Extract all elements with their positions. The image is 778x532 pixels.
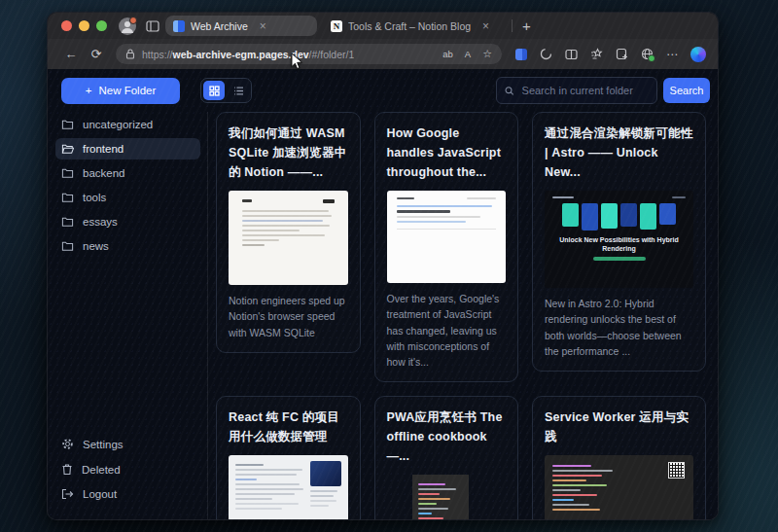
sidebar-item-tools[interactable]: tools — [55, 187, 200, 208]
article-card-wasm-sqlite[interactable]: 我们如何通过 WASM SQLite 加速浏览器中的 Notion ——... … — [216, 112, 361, 353]
card-thumbnail: Unlock New Possibilities with Hybrid Ren… — [545, 191, 693, 288]
sidebar-toggle-icon[interactable] — [146, 20, 159, 32]
close-window-button[interactable] — [61, 20, 72, 31]
translate-icon[interactable]: ab — [442, 49, 453, 59]
workspaces-icon[interactable] — [515, 49, 527, 60]
logout-icon — [61, 488, 74, 500]
card-thumbnail — [387, 191, 507, 283]
tab-close-icon[interactable]: × — [482, 20, 489, 32]
grid-icon — [209, 86, 220, 96]
browser-window: Web Archive × N Tools & Craft – Notion B… — [47, 12, 719, 520]
web-archive-favicon — [173, 20, 185, 32]
search-box — [496, 77, 657, 104]
new-tab-button[interactable]: + — [518, 18, 535, 33]
grid-view-button[interactable] — [203, 81, 225, 100]
app-header: + New Folder — [48, 69, 718, 112]
plus-icon: + — [86, 85, 92, 96]
folder-icon — [61, 119, 74, 130]
card-thumbnail — [229, 191, 348, 285]
notion-favicon: N — [331, 20, 342, 32]
card-title: Service Worker 运用与实践 — [545, 408, 693, 446]
web-archive-app: + New Folder — [48, 69, 718, 519]
card-thumbnail — [387, 475, 507, 520]
sidebar-item-logout[interactable]: Logout — [55, 483, 200, 505]
favorite-star-icon[interactable]: ☆ — [482, 48, 492, 60]
sidebar-item-label: Settings — [83, 439, 124, 450]
card-title: 我们如何通过 WASM SQLite 加速浏览器中的 Notion ——... — [229, 124, 348, 182]
view-toggle — [200, 78, 252, 103]
more-menu-icon[interactable]: ⋯ — [666, 48, 678, 61]
sidebar-item-label: frontend — [83, 143, 124, 155]
sidebar-item-backend[interactable]: backend — [55, 162, 200, 184]
split-screen-icon[interactable] — [565, 49, 578, 60]
card-description: New in Astro 2.0: Hybrid rendering unloc… — [545, 296, 693, 359]
back-button[interactable]: ← — [61, 47, 81, 61]
copilot-icon[interactable] — [690, 47, 706, 62]
window-controls — [61, 20, 107, 31]
thumbnail-subcaption-bar — [593, 257, 646, 261]
mouse-cursor — [291, 53, 303, 71]
trash-icon — [61, 463, 73, 476]
sidebar-item-settings[interactable]: Settings — [55, 433, 200, 455]
folder-icon — [61, 167, 74, 179]
list-icon — [233, 86, 244, 96]
profile-avatar[interactable] — [119, 18, 136, 35]
minimize-window-button[interactable] — [79, 20, 89, 31]
card-thumbnail — [229, 455, 348, 520]
sidebar-item-label: Logout — [83, 488, 117, 500]
sidebar-item-label: uncategorized — [83, 119, 153, 130]
folder-icon — [61, 192, 74, 203]
tab-close-icon[interactable]: × — [260, 20, 266, 32]
card-title: React 纯 FC 的项目用什么做数据管理 — [229, 408, 348, 446]
folder-icon — [61, 240, 74, 252]
card-description: Over the years, Google's treatment of Ja… — [387, 291, 507, 370]
lock-icon — [125, 49, 135, 59]
tab-title: Tools & Craft – Notion Blog — [348, 20, 471, 32]
sidebar-footer: Settings Deleted Logout — [55, 433, 200, 508]
sidebar-item-news[interactable]: news — [55, 235, 200, 257]
sidebar-item-label: backend — [83, 167, 124, 179]
sidebar-item-label: Deleted — [82, 464, 121, 476]
sidebar-item-label: tools — [83, 192, 106, 203]
reload-button[interactable]: ⟳ — [87, 47, 106, 61]
thumbnail-caption: Unlock New Possibilities with Hybrid Ren… — [552, 235, 686, 254]
search-input[interactable] — [520, 84, 649, 97]
browser-toolbar: ← ⟳ https://web-archive-egm.pages.dev/#/… — [48, 39, 718, 70]
collections-icon[interactable] — [590, 48, 603, 60]
article-card-google-javascript[interactable]: How Google handles JavaScript throughout… — [374, 112, 519, 382]
sidebar-item-label: news — [83, 240, 109, 252]
folder-open-icon — [61, 143, 74, 155]
card-title: How Google handles JavaScript throughout… — [387, 124, 507, 182]
article-card-react-fc-state[interactable]: React 纯 FC 的项目用什么做数据管理 — [216, 396, 361, 520]
folder-sidebar: uncategorized frontend backend tools — [48, 112, 208, 519]
web-capture-icon[interactable] — [616, 48, 628, 60]
tab-web-archive[interactable]: Web Archive × — [165, 16, 317, 36]
gear-icon — [61, 438, 74, 450]
qr-code — [668, 462, 685, 479]
card-description: Notion engineers sped up Notion's browse… — [229, 293, 348, 340]
tab-separator — [512, 19, 513, 32]
sidebar-item-label: essays — [83, 216, 118, 228]
sidebar-item-frontend[interactable]: frontend — [55, 138, 200, 160]
article-card-offline-cookbook[interactable]: PWA应用烹饪书 The offline cookbook —... — [374, 396, 519, 520]
tab-notion-blog[interactable]: N Tools & Craft – Notion Blog × — [323, 16, 506, 36]
browser-tab-bar: Web Archive × N Tools & Craft – Notion B… — [48, 13, 718, 39]
sidebar-item-deleted[interactable]: Deleted — [55, 458, 200, 480]
list-view-button[interactable] — [228, 81, 249, 100]
card-grid: 我们如何通过 WASM SQLite 加速浏览器中的 Notion ——... … — [208, 112, 718, 519]
card-thumbnail — [545, 455, 693, 520]
sidebar-item-essays[interactable]: essays — [55, 211, 200, 232]
extensions-icon[interactable] — [641, 48, 654, 60]
address-bar[interactable]: https://web-archive-egm.pages.dev/#/fold… — [116, 44, 502, 64]
search-button[interactable]: Search — [663, 78, 710, 103]
folder-icon — [61, 216, 74, 228]
browser-essentials-icon[interactable] — [540, 48, 552, 60]
card-title: 通过混合渲染解锁新可能性 | Astro —— Unlock New... — [545, 124, 693, 182]
zoom-window-button[interactable] — [96, 20, 107, 31]
sidebar-item-uncategorized[interactable]: uncategorized — [55, 114, 200, 135]
article-card-service-worker[interactable]: Service Worker 运用与实践 — [532, 396, 706, 520]
card-title: PWA应用烹饪书 The offline cookbook —... — [387, 408, 507, 466]
read-aloud-icon[interactable]: A — [465, 49, 471, 59]
article-card-astro-hybrid[interactable]: 通过混合渲染解锁新可能性 | Astro —— Unlock New... Un… — [532, 112, 706, 372]
new-folder-button[interactable]: + New Folder — [61, 78, 180, 104]
